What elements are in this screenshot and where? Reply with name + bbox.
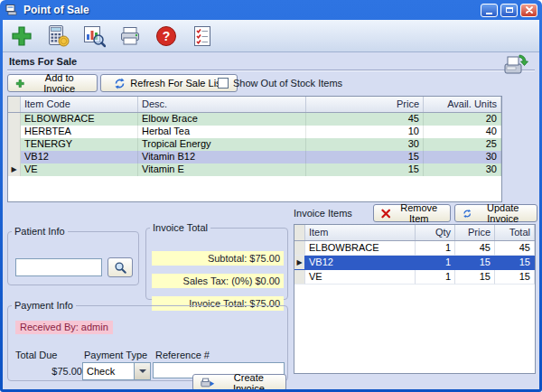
cell[interactable]: Tropical Energy [138, 138, 306, 151]
cell[interactable]: TENERGY [21, 138, 138, 151]
cell[interactable]: 45 [306, 113, 424, 126]
app-icon [5, 4, 19, 16]
cell[interactable]: 20 [424, 113, 501, 126]
items-grid-header: Item CodeDesc.PriceAvail. Units [8, 97, 501, 113]
cell[interactable]: 15 [455, 270, 495, 285]
cell[interactable]: 25 [424, 138, 501, 151]
toolbar-help-button[interactable]: ? [153, 23, 180, 50]
chevron-down-icon [139, 369, 146, 373]
update-invoice-button[interactable]: Update Invoice [454, 204, 537, 222]
cell[interactable]: 15 [495, 270, 535, 285]
invoice-total-title: Invoice Total [150, 222, 210, 233]
row-selector[interactable] [8, 138, 21, 151]
checklist-icon [191, 24, 214, 48]
invoice-grid-header: ItemQtyPriceTotal [294, 225, 535, 241]
table-row[interactable]: VB12Vitamin B121530 [8, 151, 501, 163]
column-header-price[interactable]: Price [455, 225, 495, 240]
column-header-price[interactable]: Price [306, 97, 424, 112]
maximize-button[interactable] [500, 4, 518, 17]
cell[interactable]: 40 [424, 126, 501, 138]
toolbar-print-button[interactable] [117, 23, 144, 50]
total-due-value: $75.00 [12, 366, 82, 378]
section-divider [7, 70, 535, 70]
payment-type-label: Payment Type [84, 350, 147, 361]
payment-type-select[interactable]: Check [82, 362, 151, 380]
add-to-invoice-button[interactable]: Add to Invoice [7, 74, 98, 92]
column-header-total[interactable]: Total [495, 225, 535, 240]
invoice-items-title: Invoice Items [294, 208, 352, 219]
patient-search-button[interactable] [107, 257, 133, 277]
cell[interactable]: 30 [424, 151, 501, 163]
cell[interactable]: 1 [416, 270, 455, 285]
table-row[interactable]: ▶VB1211515 [294, 256, 535, 270]
pos-window: Point of Sale [0, 0, 542, 392]
row-selector[interactable] [294, 270, 305, 285]
table-row[interactable]: ▶VEVitamin E1530 [8, 163, 501, 176]
toolbar-reports-button[interactable] [80, 23, 107, 50]
client-area: Items For Sale Add to Invoice [3, 52, 539, 389]
payment-type-value: Check [83, 363, 134, 379]
toolbar-add-button[interactable] [8, 23, 35, 50]
payment-type-dropdown-button[interactable] [134, 363, 150, 379]
cell[interactable]: Vitamin B12 [138, 151, 306, 163]
cell[interactable]: ELBOWBRACE [21, 113, 138, 126]
table-row[interactable]: HERBTEAHerbal Tea1040 [8, 126, 501, 138]
cell[interactable]: 15 [455, 256, 495, 270]
table-row[interactable]: ELBOWBRACEElbow Brace4520 [8, 113, 501, 126]
cell[interactable]: 15 [306, 163, 424, 176]
chart-search-icon [82, 24, 106, 48]
cell[interactable]: 45 [455, 241, 495, 256]
cell[interactable]: 15 [495, 256, 535, 270]
cell[interactable]: 30 [306, 138, 424, 151]
column-header-avail-units[interactable]: Avail. Units [424, 97, 501, 112]
cell[interactable]: VB12 [21, 151, 138, 163]
update-invoice-label: Update Invoice [476, 202, 529, 224]
items-for-sale-grid: Item CodeDesc.PriceAvail. Units ELBOWBRA… [7, 96, 502, 202]
row-selector[interactable] [8, 151, 21, 163]
subtotal-line: Subtotal: $75.00 [152, 251, 284, 266]
column-header-item[interactable]: Item [305, 225, 416, 240]
cell[interactable]: Herbal Tea [138, 126, 306, 138]
cell[interactable]: 15 [306, 151, 424, 163]
items-grid-body: ELBOWBRACEElbow Brace4520HERBTEAHerbal T… [8, 113, 501, 176]
search-icon [114, 261, 127, 275]
cell[interactable]: VE [305, 270, 416, 285]
add-icon [15, 79, 25, 89]
row-selector[interactable]: ▶ [294, 256, 305, 270]
row-selector[interactable] [8, 113, 21, 126]
show-out-of-stock-checkbox[interactable] [218, 78, 229, 89]
invoice-total-group: Invoice Total Subtotal: $75.00 Sales Tax… [145, 222, 288, 300]
toolbar-checklist-button[interactable] [189, 23, 216, 50]
toolbar-calculator-button[interactable] [44, 23, 71, 50]
row-selector[interactable] [8, 126, 21, 138]
remove-item-button[interactable]: Remove Item [373, 204, 451, 222]
create-invoice-button[interactable]: Create Invoice [192, 374, 286, 389]
help-icon: ? [154, 24, 178, 48]
column-header-item-code[interactable]: Item Code [21, 97, 138, 112]
cell[interactable]: Vitamin E [138, 163, 306, 176]
column-header-desc-[interactable]: Desc. [138, 97, 306, 112]
cell[interactable]: 1 [416, 256, 455, 270]
create-invoice-label: Create Invoice [220, 372, 278, 390]
cell[interactable]: VE [21, 163, 138, 176]
cell[interactable]: ELBOWBRACE [305, 241, 416, 256]
close-button[interactable] [520, 4, 537, 17]
cell[interactable]: 10 [306, 126, 424, 138]
minimize-button[interactable] [481, 4, 498, 17]
patient-search-input[interactable] [15, 258, 102, 276]
row-selector[interactable]: ▶ [8, 163, 21, 176]
cell[interactable]: 45 [495, 241, 535, 256]
titlebar: Point of Sale [3, 0, 539, 20]
cell[interactable]: 30 [424, 163, 501, 176]
table-row[interactable]: TENERGYTropical Energy3025 [8, 138, 501, 151]
cell[interactable]: HERBTEA [21, 126, 138, 138]
table-row[interactable]: VE11515 [294, 270, 535, 285]
items-for-sale-section-title: Items For Sale [9, 56, 77, 67]
row-selector[interactable] [294, 241, 305, 256]
cell[interactable]: VB12 [305, 256, 416, 270]
table-row[interactable]: ELBOWBRACE14545 [294, 241, 535, 256]
patient-info-group: Patient Info [7, 226, 139, 285]
cell[interactable]: 1 [416, 241, 455, 256]
column-header-qty[interactable]: Qty [416, 225, 455, 240]
cell[interactable]: Elbow Brace [138, 113, 306, 126]
